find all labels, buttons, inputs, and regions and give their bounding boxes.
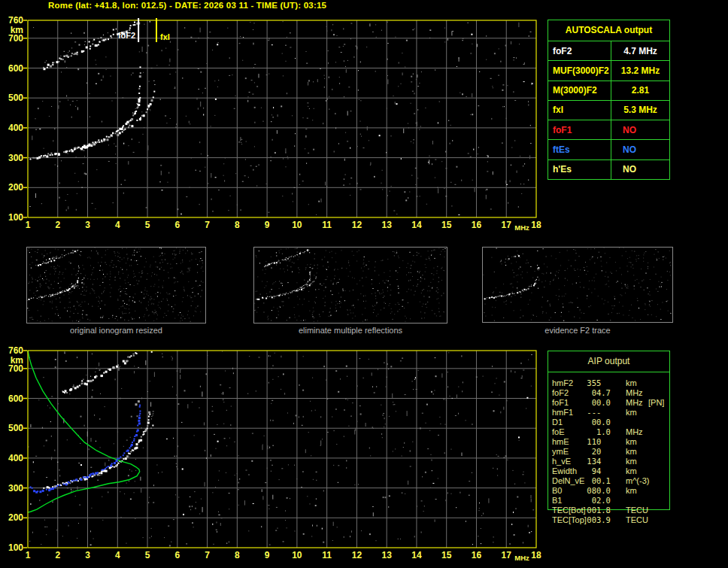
- aip-param-unit: km: [626, 486, 637, 496]
- aip-param-value: 1.0: [582, 427, 611, 437]
- svg-text:13: 13: [381, 220, 392, 230]
- svg-text:15: 15: [441, 550, 452, 560]
- svg-text:12: 12: [352, 220, 362, 230]
- svg-text:2: 2: [55, 550, 60, 560]
- aip-row-fof2: foF2 04.7MHz: [548, 388, 670, 398]
- aip-row-b1: B1 02.0: [548, 496, 670, 506]
- svg-text:200: 200: [8, 182, 23, 193]
- aip-param-label: foF2: [552, 388, 569, 398]
- aip-param-value: 20: [582, 447, 601, 457]
- svg-text:6: 6: [174, 550, 180, 560]
- svg-text:3: 3: [85, 550, 90, 560]
- svg-text:14: 14: [411, 550, 422, 560]
- aip-row-fof1: foF1 00.0MHz[PN]: [548, 398, 670, 408]
- svg-text:400: 400: [8, 453, 23, 463]
- svg-text:10: 10: [292, 220, 302, 230]
- aip-rows-list: hmF2 355kmfoF2 04.7MHzfoF1 00.0MHz[PN]hm…: [548, 378, 670, 525]
- aip-row-hmf1: hmF1 ---km: [548, 408, 670, 418]
- svg-text:13: 13: [381, 550, 392, 560]
- aip-row-yme: ymE 20km: [548, 447, 670, 457]
- svg-text:MHz: MHz: [514, 554, 529, 562]
- svg-text:3: 3: [85, 220, 90, 230]
- aip-param-value: 00.0: [582, 418, 611, 427]
- thumbnail-caption-eliminate: eliminate multiple reflections: [253, 326, 447, 335]
- svg-text:16: 16: [472, 550, 482, 560]
- ionogram-profile-plot: 760700600500400300200100km12345678910111…: [0, 344, 557, 568]
- ionogram-main-plot: 760700600500400300200100km12345678910111…: [0, 14, 557, 239]
- svg-text:11: 11: [322, 220, 332, 230]
- fxi-value: 5.3 MHz: [611, 101, 669, 120]
- svg-text:8: 8: [235, 220, 240, 230]
- aip-param-unit: m^(-3): [626, 476, 649, 486]
- aip-param-value: 001.8: [582, 506, 611, 515]
- aip-row-d1: D1 00.0: [548, 418, 670, 427]
- aip-param-unit: km: [626, 437, 637, 447]
- m3000f2-value: 2.81: [611, 81, 669, 100]
- aip-param-value: 355: [582, 378, 601, 388]
- station-date-title: Rome (lat: +41.8, lon: 012.5) - DATE: 20…: [48, 1, 326, 10]
- thumbnail-caption-evidence: evidence F2 trace: [482, 326, 673, 335]
- aip-param-label: DelN_vE: [552, 476, 584, 486]
- table-row-ftes: ftEs NO: [548, 140, 669, 159]
- svg-text:MHz: MHz: [514, 223, 529, 232]
- svg-text:300: 300: [8, 153, 23, 163]
- aip-param-value: 04.7: [582, 388, 611, 398]
- svg-text:11: 11: [322, 550, 332, 560]
- aip-param-label: h_vE: [552, 457, 571, 466]
- aip-row-b0: B0 080.0km: [548, 486, 670, 496]
- svg-text:15: 15: [441, 220, 452, 230]
- svg-text:500: 500: [8, 423, 23, 433]
- aip-row-ewidth: Ewidth 94km: [548, 466, 670, 476]
- aip-table-header: AIP output: [548, 351, 669, 372]
- svg-text:1: 1: [26, 220, 31, 230]
- aip-param-value: 003.9: [582, 515, 611, 525]
- svg-text:foF2: foF2: [118, 31, 135, 40]
- svg-text:5: 5: [145, 220, 150, 230]
- aip-param-label: Ewidth: [552, 466, 577, 476]
- svg-text:14: 14: [411, 220, 422, 230]
- aip-param-unit: km: [626, 447, 637, 457]
- aip-row-h-ve: h_vE 134km: [548, 457, 670, 466]
- aip-param-value: 00.0: [582, 398, 611, 408]
- svg-text:16: 16: [472, 220, 482, 230]
- aip-row-tec-top-: TEC[Top] 003.9TECU: [548, 515, 670, 525]
- table-row-fxi: fxI 5.3 MHz: [548, 101, 669, 120]
- thumbnail-caption-original: original ionogram resized: [26, 326, 206, 335]
- svg-text:500: 500: [8, 93, 23, 103]
- thumbnail-original-ionogram: [26, 247, 206, 323]
- aip-param-label: TEC[Bot]: [552, 506, 586, 515]
- aip-param-unit: km: [626, 466, 637, 476]
- aip-row-tec-bot-: TEC[Bot] 001.8TECU: [548, 506, 670, 515]
- table-row-fof2: foF2 4.7 MHz: [548, 41, 669, 61]
- aip-param-value: 080.0: [582, 486, 611, 496]
- svg-text:760: 760: [8, 345, 23, 356]
- svg-text:1: 1: [26, 550, 31, 560]
- svg-text:600: 600: [8, 393, 23, 404]
- ftes-label: ftEs: [548, 140, 611, 159]
- aip-param-label: hmE: [552, 437, 569, 447]
- aip-param-value: 02.0: [582, 496, 611, 506]
- svg-text:100: 100: [8, 212, 23, 223]
- svg-text:8: 8: [235, 550, 240, 560]
- svg-text:fxI: fxI: [160, 32, 170, 41]
- svg-text:18: 18: [531, 550, 541, 560]
- svg-text:5: 5: [145, 550, 150, 560]
- aip-param-label: B1: [552, 496, 562, 506]
- hpes-value: NO: [611, 160, 669, 179]
- ftes-value: NO: [611, 140, 669, 159]
- aip-row-hme: hmE 110km: [548, 437, 670, 447]
- svg-text:17: 17: [502, 550, 512, 560]
- svg-text:300: 300: [8, 483, 23, 494]
- thumbnail-evidence-f2-trace: [482, 247, 673, 323]
- svg-text:9: 9: [265, 220, 270, 230]
- aip-param-value: ---: [582, 408, 601, 418]
- aip-param-unit: km: [626, 408, 637, 418]
- svg-text:7: 7: [205, 550, 210, 560]
- svg-text:4: 4: [115, 550, 120, 560]
- table-row-fof1: foF1 NO: [548, 120, 669, 140]
- aip-param-label: ymE: [552, 447, 569, 457]
- svg-text:17: 17: [502, 220, 512, 230]
- table-row-hpes: h'Es NO: [548, 160, 669, 179]
- autoscala-output-table: AUTOSCALA output foF2 4.7 MHz MUF(3000)F…: [548, 20, 670, 180]
- svg-text:km: km: [11, 355, 23, 366]
